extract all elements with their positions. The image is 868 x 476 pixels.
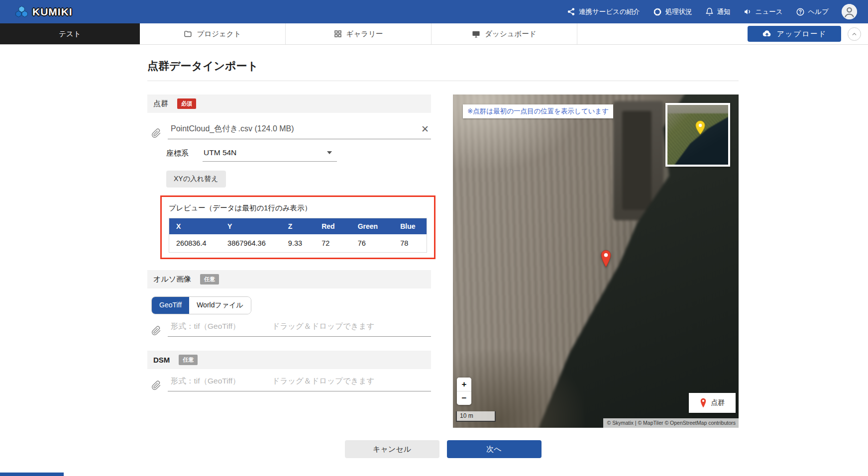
coordinate-system-select[interactable]: UTM 54N (203, 148, 337, 162)
main-nav-bar: テスト プロジェクト ギャラリー ダッシュボード (0, 23, 868, 45)
map-zoom-control: + − (457, 378, 471, 405)
grid-icon (334, 30, 342, 38)
tab-worldfile[interactable]: Worldファイル (189, 297, 251, 314)
upload-button[interactable]: アップロード (748, 26, 841, 42)
kumiki-cubes-icon (15, 5, 28, 18)
tab-label: ギャラリー (346, 29, 383, 39)
share-icon (567, 7, 575, 16)
help-icon (796, 7, 805, 16)
coordinate-system-value: UTM 54N (204, 148, 236, 157)
zoom-in-button[interactable]: + (457, 378, 471, 391)
col-header-green: Green (351, 218, 393, 235)
zoom-out-button[interactable]: − (457, 391, 471, 405)
dsm-section-label: DSM (153, 356, 170, 364)
col-header-red: Red (315, 218, 351, 235)
overview-minimap[interactable] (665, 103, 730, 167)
cell-red: 72 (315, 234, 351, 253)
logo-text: KUMIKI (32, 6, 73, 18)
pointcloud-section-label: 点群 (153, 99, 168, 108)
current-project-label: テスト (59, 29, 81, 39)
monitor-icon (472, 30, 480, 38)
menu-label: 処理状況 (665, 7, 692, 16)
cell-blue: 78 (393, 234, 427, 253)
ortho-dnd-placeholder: ドラッグ＆ドロップできます (272, 321, 375, 332)
ortho-file-input[interactable]: 形式：tif（GeoTiff） ドラッグ＆ドロップできます (168, 321, 431, 337)
kumiki-logo[interactable]: KUMIKI (15, 5, 73, 18)
col-header-y: Y (220, 218, 281, 235)
collapse-header-button[interactable] (848, 27, 861, 41)
coordinate-system-label: 座標系 (166, 149, 189, 162)
preview-table: X Y Z Red Green Blue 260836.4 3867964.36 (169, 218, 427, 253)
preview-label: プレビュー（データは最初の1行のみ表示） (169, 203, 429, 213)
menu-item-processing-status[interactable]: 処理状況 (653, 7, 692, 16)
title-divider (147, 81, 739, 81)
optional-badge: 任意 (179, 355, 198, 365)
map-attribution: © Skymatix | © MapTiler © OpenStreetMap … (603, 418, 739, 428)
user-avatar[interactable] (842, 4, 857, 19)
dsm-dnd-placeholder: ドラッグ＆ドロップできます (272, 376, 375, 386)
bottom-edge-strip (0, 473, 64, 476)
section-header-ortho: オルソ画像 任意 (147, 270, 431, 288)
menu-label: ヘルプ (808, 7, 829, 16)
pointcloud-file-name: PointCloud_色付き.csv (124.0 MB) (171, 124, 294, 134)
chevron-up-icon (851, 31, 858, 37)
top-menu: 連携サービスの紹介 処理状況 通知 (567, 4, 857, 19)
ortho-format-tabs: GeoTiff Worldファイル (151, 296, 251, 314)
cell-y: 3867964.36 (220, 234, 281, 253)
pointcloud-legend-button[interactable]: 点群 (689, 393, 736, 413)
tab-label: ダッシュボード (485, 29, 537, 39)
ortho-file-row: 形式：tif（GeoTiff） ドラッグ＆ドロップできます (151, 321, 431, 337)
paperclip-icon (151, 325, 161, 337)
menu-item-help[interactable]: ヘルプ (796, 7, 829, 16)
pointcloud-file-row: PointCloud_色付き.csv (124.0 MB) ✕ (151, 124, 431, 139)
preview-table-header-row: X Y Z Red Green Blue (169, 218, 427, 235)
legend-label: 点群 (711, 398, 725, 407)
next-button[interactable]: 次へ (447, 440, 542, 458)
section-header-pointcloud: 点群 必須 (147, 95, 431, 113)
cell-z: 9.33 (281, 234, 315, 253)
tab-current-project[interactable]: テスト (0, 23, 140, 44)
minimap-pin-icon (694, 120, 706, 135)
remove-file-icon[interactable]: ✕ (421, 124, 429, 134)
cloud-upload-icon (762, 29, 772, 39)
legend-pin-icon (700, 398, 707, 408)
menu-label: ニュース (756, 7, 783, 16)
menu-item-services[interactable]: 連携サービスの紹介 (567, 7, 640, 16)
tab-gallery[interactable]: ギャラリー (286, 23, 432, 44)
col-header-x: X (169, 218, 221, 235)
menu-item-notifications[interactable]: 通知 (705, 7, 731, 16)
tab-label: プロジェクト (197, 29, 241, 39)
menu-label: 通知 (717, 7, 731, 16)
tab-dashboard[interactable]: ダッシュボード (432, 23, 577, 44)
preview-highlight-box: プレビュー（データは最初の1行のみ表示） X Y Z Red Green Blu… (160, 195, 435, 259)
col-header-z: Z (281, 218, 315, 235)
page-title: 点群データインポート (147, 59, 739, 74)
tab-geotiff[interactable]: GeoTiff (152, 297, 189, 314)
top-app-bar: KUMIKI 連携サービスの紹介 処理状況 (0, 0, 868, 23)
cell-green: 76 (351, 234, 393, 253)
upload-label: アップロード (777, 29, 827, 39)
pointcloud-file-input[interactable]: PointCloud_色付き.csv (124.0 MB) ✕ (168, 124, 431, 139)
folder-icon (184, 30, 192, 38)
ortho-section-label: オルソ画像 (153, 275, 191, 284)
bell-icon (705, 7, 714, 16)
pointcloud-location-pin-icon (600, 250, 612, 268)
nav-right-area: アップロード (577, 23, 868, 44)
col-header-blue: Blue (393, 218, 427, 235)
section-header-dsm: DSM 任意 (147, 351, 431, 369)
form-actions: キャンセル 次へ (147, 440, 739, 458)
preview-table-data-row: 260836.4 3867964.36 9.33 72 76 78 (169, 234, 427, 253)
tab-projects[interactable]: プロジェクト (140, 23, 286, 44)
map-panel[interactable]: ※点群は最初の一点目の位置を表示しています (453, 95, 739, 428)
cancel-button[interactable]: キャンセル (345, 440, 439, 458)
paperclip-icon (151, 127, 161, 139)
swap-xy-button[interactable]: XYの入れ替え (166, 171, 226, 188)
optional-badge: 任意 (200, 274, 219, 285)
ortho-format-placeholder: 形式：tif（GeoTiff） (171, 321, 240, 332)
import-form: 点群 必須 PointCloud_色付き.csv (124.0 MB) ✕ 座標… (147, 95, 431, 428)
menu-item-news[interactable]: ニュース (744, 7, 783, 16)
spinner-icon (653, 7, 662, 16)
paperclip-icon (151, 380, 161, 391)
dsm-file-input[interactable]: 形式：tif（GeoTiff） ドラッグ＆ドロップできます (168, 376, 431, 391)
cell-x: 260836.4 (169, 234, 221, 253)
